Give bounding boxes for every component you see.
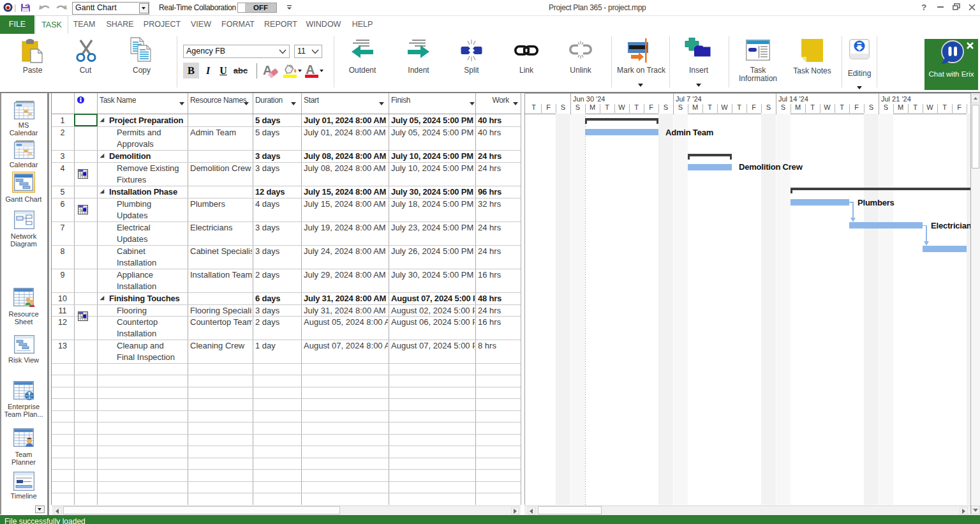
svg-text:A: A: [306, 63, 315, 77]
